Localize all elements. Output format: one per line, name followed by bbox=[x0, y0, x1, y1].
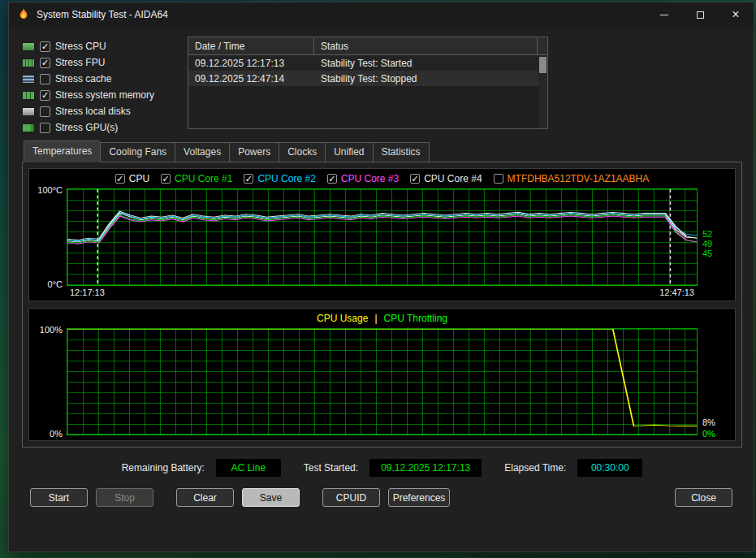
current-temp-3: 45 bbox=[702, 249, 712, 258]
temperature-chart-legend: ✓ CPU ✓ CPU Core #1 ✓ CPU Core #2 ✓ CPU … bbox=[29, 169, 735, 188]
tab-powers[interactable]: Powers bbox=[229, 142, 279, 162]
tab-voltages[interactable]: Voltages bbox=[175, 142, 229, 162]
elapsed-time-label: Elapsed Time: bbox=[504, 462, 566, 474]
log-header-status[interactable]: Status bbox=[314, 37, 538, 54]
start-button[interactable]: Start bbox=[30, 488, 88, 507]
preferences-button[interactable]: Preferences bbox=[388, 488, 450, 507]
temperature-x-axis: 12:17:13 12:47:13 bbox=[29, 286, 735, 301]
clear-button[interactable]: Clear bbox=[176, 488, 234, 507]
usage-chart: CPU Usage | CPU Throttling 100% 0% 8% 0% bbox=[28, 308, 736, 441]
legend-cpu-usage-label: CPU Usage bbox=[317, 313, 368, 324]
stress-cpu-checkbox[interactable]: ✓ bbox=[40, 41, 50, 52]
close-button[interactable]: Close bbox=[675, 488, 732, 507]
log-row-started[interactable]: 09.12.2025 12:17:13 Stability Test: Star… bbox=[188, 55, 547, 71]
legend-cpu-core2-checkbox[interactable]: ✓ bbox=[244, 174, 253, 184]
remaining-battery-label: Remaining Battery: bbox=[122, 462, 205, 474]
legend-ssd-checkbox[interactable]: ✓ bbox=[494, 174, 503, 184]
fpu-icon bbox=[22, 58, 35, 67]
top-section: ✓ Stress CPU ✓ Stress FPU ✓ Stress cache… bbox=[22, 37, 742, 136]
cpuid-button[interactable]: CPUID bbox=[322, 488, 380, 507]
stress-option-cache[interactable]: ✓ Stress cache bbox=[22, 71, 168, 87]
legend-cpu-core3-checkbox[interactable]: ✓ bbox=[327, 174, 337, 184]
legend-cpu-label: CPU bbox=[129, 173, 149, 184]
usage-current-values: 8% 0% bbox=[698, 328, 735, 435]
current-temp-2: 49 bbox=[702, 239, 712, 249]
stress-gpu-label: Stress GPU(s) bbox=[55, 122, 118, 133]
temperature-chart-body: 100°C 0°C 52 49 45 bbox=[29, 188, 735, 286]
stress-disks-label: Stress local disks bbox=[55, 106, 131, 117]
temperature-series-svg bbox=[67, 189, 697, 285]
legend-separator: | bbox=[374, 313, 377, 324]
close-icon: × bbox=[732, 8, 739, 21]
usage-series-svg bbox=[67, 329, 697, 435]
y-max-label: 100% bbox=[40, 325, 63, 335]
test-started-value: 09.12.2025 12:17:13 bbox=[369, 459, 482, 477]
current-throttling: 0% bbox=[702, 429, 715, 439]
legend-cpu-core1-checkbox[interactable]: ✓ bbox=[161, 174, 171, 184]
temperature-chart: ✓ CPU ✓ CPU Core #1 ✓ CPU Core #2 ✓ CPU … bbox=[28, 168, 736, 301]
usage-chart-body: 100% 0% 8% 0% bbox=[29, 328, 735, 440]
usage-y-axis: 100% 0% bbox=[29, 328, 67, 435]
legend-cpu-core2[interactable]: ✓ CPU Core #2 bbox=[244, 173, 315, 184]
legend-cpu-core3[interactable]: ✓ CPU Core #3 bbox=[327, 173, 399, 184]
tab-statistics[interactable]: Statistics bbox=[373, 142, 430, 162]
stress-memory-label: Stress system memory bbox=[55, 89, 154, 101]
legend-cpu-checkbox[interactable]: ✓ bbox=[115, 174, 125, 184]
cache-icon bbox=[22, 75, 35, 84]
x-start-time: 12:17:13 bbox=[70, 288, 105, 297]
tab-clocks[interactable]: Clocks bbox=[279, 142, 325, 162]
legend-cpu-core4[interactable]: ✓ CPU Core #4 bbox=[410, 173, 482, 184]
legend-cpu[interactable]: ✓ CPU bbox=[115, 173, 149, 184]
log-scrollbar[interactable] bbox=[538, 56, 547, 128]
close-window-button[interactable]: × bbox=[718, 2, 754, 27]
aida64-flame-icon bbox=[17, 8, 30, 21]
chart-tabs: Temperatures Cooling Fans Voltages Power… bbox=[22, 142, 742, 162]
log-scrollbar-thumb[interactable] bbox=[539, 57, 546, 73]
stress-option-fpu[interactable]: ✓ Stress FPU bbox=[22, 54, 168, 71]
stability-test-window: System Stability Test - AIDA64 × ✓ Stres… bbox=[8, 2, 754, 552]
gpu-icon bbox=[22, 123, 35, 132]
stress-fpu-checkbox[interactable]: ✓ bbox=[40, 58, 50, 68]
log-row-stopped[interactable]: 09.12.2025 12:47:14 Stability Test: Stop… bbox=[188, 71, 547, 86]
tab-unified[interactable]: Unified bbox=[325, 142, 372, 162]
title-bar: System Stability Test - AIDA64 × bbox=[9, 2, 754, 27]
disk-icon bbox=[22, 107, 35, 116]
log-cell-status: Stability Test: Stopped bbox=[314, 73, 547, 84]
stress-fpu-label: Stress FPU bbox=[55, 57, 105, 68]
maximize-button[interactable] bbox=[682, 2, 718, 27]
legend-cpu-core3-label: CPU Core #3 bbox=[341, 173, 399, 184]
tab-temperatures[interactable]: Temperatures bbox=[24, 141, 100, 162]
stress-option-memory[interactable]: ✓ Stress system memory bbox=[22, 87, 168, 103]
log-cell-datetime: 09.12.2025 12:17:13 bbox=[188, 58, 314, 69]
current-usage: 8% bbox=[702, 417, 715, 427]
stress-gpu-checkbox[interactable]: ✓ bbox=[40, 123, 50, 133]
legend-ssd-label: MTFDHBA512TDV-1AZ1AABHA bbox=[508, 173, 650, 184]
legend-ssd[interactable]: ✓ MTFDHBA512TDV-1AZ1AABHA bbox=[494, 173, 650, 184]
maximize-icon bbox=[697, 11, 704, 19]
x-end-time: 12:47:13 bbox=[659, 288, 694, 297]
y-min-label: 0% bbox=[50, 429, 63, 439]
stress-cache-checkbox[interactable]: ✓ bbox=[40, 74, 50, 84]
legend-cpu-core1-label: CPU Core #1 bbox=[175, 173, 232, 184]
log-header-datetime[interactable]: Date / Time bbox=[188, 37, 314, 54]
stress-disks-checkbox[interactable]: ✓ bbox=[40, 106, 50, 117]
stress-cpu-label: Stress CPU bbox=[55, 41, 106, 52]
log-header-row: Date / Time Status bbox=[188, 37, 547, 55]
legend-cpu-core1[interactable]: ✓ CPU Core #1 bbox=[161, 173, 232, 184]
stress-option-cpu[interactable]: ✓ Stress CPU bbox=[22, 38, 168, 54]
stress-option-gpu[interactable]: ✓ Stress GPU(s) bbox=[22, 119, 168, 136]
log-cell-datetime: 09.12.2025 12:47:14 bbox=[188, 73, 314, 84]
temperature-current-values: 52 49 45 bbox=[698, 188, 735, 286]
stress-cache-label: Stress cache bbox=[55, 73, 111, 84]
temperature-y-axis: 100°C 0°C bbox=[29, 188, 67, 286]
window-title: System Stability Test - AIDA64 bbox=[37, 9, 168, 20]
y-max-label: 100°C bbox=[37, 185, 63, 195]
stop-button[interactable]: Stop bbox=[96, 488, 153, 507]
tab-cooling-fans[interactable]: Cooling Fans bbox=[100, 142, 175, 162]
save-button[interactable]: Save bbox=[242, 488, 300, 507]
desktop: { "window": { "title": "System Stability… bbox=[0, 0, 756, 558]
legend-cpu-core4-checkbox[interactable]: ✓ bbox=[410, 174, 420, 184]
stress-option-disks[interactable]: ✓ Stress local disks bbox=[22, 103, 168, 119]
minimize-button[interactable] bbox=[646, 2, 682, 27]
stress-memory-checkbox[interactable]: ✓ bbox=[40, 90, 50, 101]
